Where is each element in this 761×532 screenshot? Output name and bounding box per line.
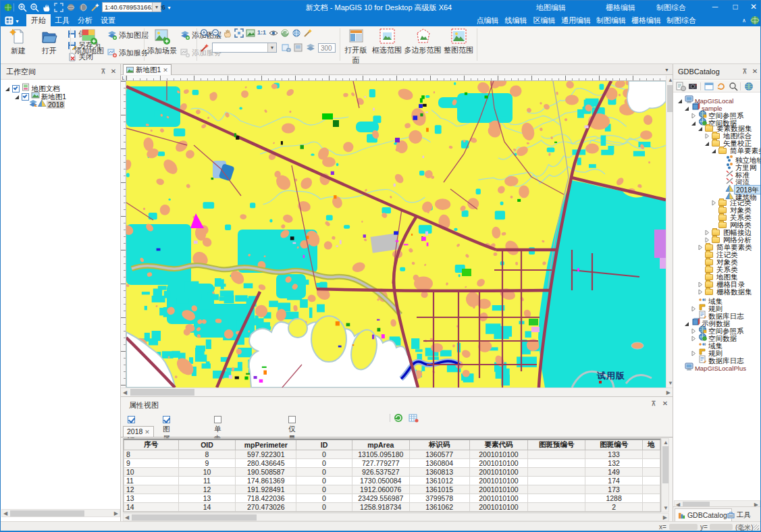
table-cell[interactable]: 1730.050084 bbox=[352, 477, 409, 485]
app-menu-arrow[interactable]: ▼ bbox=[15, 19, 20, 24]
tab-toolbox[interactable]: 工具箱 bbox=[725, 508, 760, 521]
attr-tab-close-icon[interactable]: ✕ bbox=[145, 429, 150, 435]
table-cell[interactable]: 14 bbox=[178, 503, 236, 512]
col-header[interactable]: 地 bbox=[643, 440, 660, 450]
map-wand-icon[interactable] bbox=[303, 28, 313, 38]
gdb-server-icon[interactable] bbox=[687, 81, 698, 92]
table-cell[interactable]: 13105.095180 bbox=[352, 450, 409, 459]
gdb-tree-item[interactable]: 空间数据 bbox=[691, 333, 738, 340]
map-full-extent-icon[interactable] bbox=[234, 28, 244, 38]
attr-tab-2018[interactable]: 2018 ✕ bbox=[123, 426, 154, 437]
gdb-tree-item[interactable]: 独立地物 bbox=[718, 155, 761, 162]
gdb-tree-item[interactable]: 示例数据 bbox=[684, 318, 731, 325]
table-cell[interactable] bbox=[643, 494, 660, 503]
table-cell[interactable]: 190.508587 bbox=[236, 468, 296, 477]
gdb-tree-item[interactable]: 数据库日志 bbox=[691, 311, 745, 318]
table-cell[interactable] bbox=[643, 468, 660, 477]
table-cell[interactable]: 1361012 bbox=[409, 477, 469, 485]
table-cell[interactable]: 597.922301 bbox=[236, 450, 296, 459]
table-cell[interactable]: 10 bbox=[178, 468, 236, 477]
full-extent-icon[interactable] bbox=[54, 3, 63, 12]
table-cell[interactable]: 191.928491 bbox=[236, 485, 296, 494]
scale-dropdown-arrow[interactable]: ▾ bbox=[152, 3, 161, 11]
table-row[interactable]: 99280.4366450727.77927713608042001010100… bbox=[124, 459, 660, 468]
table-row[interactable]: 1010190.5085870926.537527136081320010101… bbox=[124, 468, 660, 477]
table-row[interactable]: 1212191.92849101912.06007613610152001010… bbox=[124, 485, 660, 494]
table-cell[interactable] bbox=[528, 503, 585, 512]
table-cell[interactable]: 0 bbox=[296, 468, 352, 477]
attr-close-icon[interactable]: ✕ bbox=[661, 400, 669, 408]
dpi-input[interactable]: 300 bbox=[318, 43, 336, 53]
table-cell[interactable]: 10 bbox=[124, 468, 179, 477]
table-cell[interactable]: 174 bbox=[585, 477, 643, 485]
gdb-globe-icon[interactable] bbox=[743, 81, 754, 92]
table-cell[interactable]: 1361062 bbox=[409, 503, 469, 512]
gdb-connect-icon[interactable] bbox=[675, 81, 686, 92]
tab-raster-edit[interactable]: 栅格编辑 bbox=[629, 14, 664, 26]
magic-wand-icon[interactable] bbox=[90, 3, 100, 12]
attr-table-icon[interactable] bbox=[409, 413, 419, 423]
col-header[interactable]: 图斑预编号 bbox=[528, 440, 585, 450]
map-hscrollbar[interactable]: ◀ ▶ bbox=[121, 388, 673, 396]
globe-next-icon[interactable] bbox=[78, 3, 88, 12]
table-cell[interactable]: 15 bbox=[178, 512, 236, 513]
add-layer-2d-button[interactable]: 添加图层 bbox=[107, 30, 149, 41]
tab-start[interactable]: 开始 bbox=[26, 14, 51, 26]
map-zoom-in-icon[interactable] bbox=[200, 28, 209, 38]
document-tab[interactable]: 新地图1 ✕ bbox=[123, 64, 172, 75]
tab-analysis[interactable]: 分析 bbox=[74, 14, 97, 26]
attr-option-0[interactable]: 只读 bbox=[128, 415, 137, 424]
document-tab-close-icon[interactable]: ✕ bbox=[163, 67, 168, 74]
pan-icon[interactable] bbox=[42, 3, 51, 12]
table-row[interactable]: 1515550.422387010355.6638991361077200101… bbox=[124, 512, 660, 513]
table-cell[interactable]: 9 bbox=[178, 459, 236, 468]
gdb-refresh-icon[interactable] bbox=[716, 81, 727, 92]
col-header[interactable]: OID bbox=[178, 440, 236, 450]
resize-grip[interactable] bbox=[754, 525, 759, 530]
attr-option-2[interactable]: 单击跳转图元 bbox=[214, 415, 224, 424]
table-row[interactable]: 1313718.422036023429.5569873799578200101… bbox=[124, 494, 660, 503]
globe-prev-icon[interactable] bbox=[66, 3, 76, 12]
rect-range-button[interactable]: 框选范围 bbox=[371, 27, 402, 55]
add-scene-button[interactable]: 添加场景 bbox=[147, 27, 178, 56]
col-header[interactable]: 序号 bbox=[124, 440, 179, 450]
table-cell[interactable]: 2001010100 bbox=[469, 485, 528, 494]
table-cell[interactable]: 3 bbox=[585, 512, 643, 513]
table-cell[interactable] bbox=[643, 477, 660, 485]
gdb-tree-item[interactable]: 规则 bbox=[691, 348, 724, 355]
table-cell[interactable] bbox=[643, 485, 660, 494]
col-header[interactable]: mpArea bbox=[352, 440, 409, 450]
gdb-tree-item[interactable]: 栅格数据集 bbox=[698, 288, 753, 296]
table-cell[interactable]: 1361077 bbox=[409, 512, 469, 513]
table-cell[interactable]: 926.537527 bbox=[352, 468, 409, 477]
attr-vscrollbar[interactable]: ▲ ▼ bbox=[661, 438, 669, 512]
map-canvas[interactable]: 试用版 bbox=[126, 81, 666, 388]
table-cell[interactable]: 133 bbox=[585, 450, 643, 459]
workspace-hscrollbar[interactable]: ◀▶ bbox=[1, 509, 120, 517]
attr-option-3[interactable]: 仅显示选中 bbox=[288, 415, 298, 424]
gdb-tree-item[interactable]: MapGISLocal bbox=[677, 95, 735, 103]
gdb-tree-item[interactable]: 河流 bbox=[718, 177, 751, 184]
table-cell[interactable]: 1288 bbox=[585, 494, 643, 503]
table-cell[interactable]: 132 bbox=[585, 459, 643, 468]
close-button[interactable]: ✕ bbox=[745, 1, 761, 14]
zoom-out-icon[interactable] bbox=[30, 3, 39, 12]
attr-option-1[interactable]: 图属联动 bbox=[163, 415, 172, 424]
table-cell[interactable]: 173 bbox=[585, 485, 643, 494]
table-cell[interactable]: 13 bbox=[124, 494, 179, 503]
table-cell[interactable]: 0 bbox=[296, 450, 352, 459]
table-cell[interactable]: 11 bbox=[124, 477, 179, 485]
table-cell[interactable]: 2001010100 bbox=[469, 468, 528, 477]
map-globe-icon[interactable] bbox=[292, 28, 301, 38]
table-cell[interactable]: 1360577 bbox=[409, 450, 469, 459]
workspace-tree-item[interactable]: 新地图1 bbox=[14, 91, 68, 99]
pin-icon[interactable]: ⊼ bbox=[99, 68, 107, 76]
table-cell[interactable]: 718.422036 bbox=[236, 494, 296, 503]
table-cell[interactable] bbox=[528, 512, 585, 513]
table-cell[interactable]: 280.436645 bbox=[236, 459, 296, 468]
table-cell[interactable]: 9 bbox=[124, 459, 179, 468]
tab-carto-edit[interactable]: 制图编辑 bbox=[594, 14, 629, 26]
map-vscrollbar[interactable]: ▲ ▼ bbox=[666, 76, 673, 388]
table-cell[interactable] bbox=[528, 468, 585, 477]
table-cell[interactable] bbox=[643, 512, 660, 513]
